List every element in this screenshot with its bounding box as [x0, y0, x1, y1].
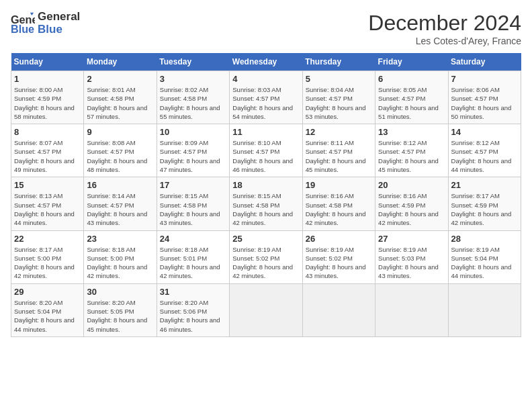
day-number: 29 [14, 287, 81, 297]
day-number: 30 [87, 287, 153, 297]
day-number: 11 [232, 127, 299, 137]
day-number: 9 [87, 127, 153, 137]
day-detail: Sunrise: 8:17 AMSunset: 4:59 PMDaylight:… [451, 191, 518, 227]
day-number: 16 [87, 180, 153, 190]
logo-text-general: General [38, 11, 80, 24]
day-number: 8 [14, 127, 81, 137]
day-cell: 15Sunrise: 8:13 AMSunset: 4:57 PMDayligh… [11, 177, 84, 230]
day-cell [448, 283, 521, 336]
day-cell: 30Sunrise: 8:20 AMSunset: 5:05 PMDayligh… [84, 283, 157, 336]
day-cell: 11Sunrise: 8:10 AMSunset: 4:57 PMDayligh… [230, 124, 302, 177]
header-monday: Monday [84, 53, 157, 71]
day-detail: Sunrise: 8:12 AMSunset: 4:57 PMDaylight:… [378, 138, 445, 174]
day-number: 22 [14, 234, 81, 244]
day-number: 23 [87, 234, 153, 244]
svg-text:Blue: Blue [11, 22, 34, 34]
day-detail: Sunrise: 8:05 AMSunset: 4:57 PMDaylight:… [378, 85, 445, 121]
calendar-table: SundayMondayTuesdayWednesdayThursdayFrid… [11, 53, 521, 337]
day-cell: 26Sunrise: 8:19 AMSunset: 5:02 PMDayligh… [302, 230, 375, 283]
day-detail: Sunrise: 8:20 AMSunset: 5:05 PMDaylight:… [87, 298, 153, 334]
day-number: 17 [160, 180, 226, 190]
day-number: 12 [306, 127, 372, 137]
day-cell: 24Sunrise: 8:18 AMSunset: 5:01 PMDayligh… [157, 230, 229, 283]
day-number: 6 [378, 74, 445, 84]
month-title: December 2024 [368, 11, 521, 36]
day-number: 14 [451, 127, 518, 137]
day-detail: Sunrise: 8:11 AMSunset: 4:57 PMDaylight:… [306, 138, 372, 174]
day-detail: Sunrise: 8:02 AMSunset: 4:58 PMDaylight:… [160, 85, 226, 121]
day-number: 5 [306, 74, 372, 84]
day-detail: Sunrise: 8:19 AMSunset: 5:04 PMDaylight:… [451, 245, 518, 281]
day-detail: Sunrise: 8:09 AMSunset: 4:57 PMDaylight:… [160, 138, 226, 174]
day-number: 15 [14, 180, 81, 190]
day-number: 19 [306, 180, 372, 190]
day-detail: Sunrise: 8:18 AMSunset: 5:00 PMDaylight:… [87, 245, 153, 281]
day-detail: Sunrise: 8:18 AMSunset: 5:01 PMDaylight:… [160, 245, 226, 281]
day-number: 3 [160, 74, 226, 84]
day-cell: 1Sunrise: 8:00 AMSunset: 4:59 PMDaylight… [11, 71, 84, 124]
day-cell: 22Sunrise: 8:17 AMSunset: 5:00 PMDayligh… [11, 230, 84, 283]
day-detail: Sunrise: 8:12 AMSunset: 4:57 PMDaylight:… [451, 138, 518, 174]
day-cell: 29Sunrise: 8:20 AMSunset: 5:04 PMDayligh… [11, 283, 84, 336]
day-cell: 10Sunrise: 8:09 AMSunset: 4:57 PMDayligh… [157, 124, 229, 177]
day-cell: 12Sunrise: 8:11 AMSunset: 4:57 PMDayligh… [302, 124, 375, 177]
day-detail: Sunrise: 8:01 AMSunset: 4:58 PMDaylight:… [87, 85, 153, 121]
day-cell [302, 283, 375, 336]
day-number: 20 [378, 180, 445, 190]
day-cell: 16Sunrise: 8:14 AMSunset: 4:57 PMDayligh… [84, 177, 157, 230]
day-number: 24 [160, 234, 226, 244]
header-sunday: Sunday [11, 53, 84, 71]
day-number: 10 [160, 127, 226, 137]
day-cell: 14Sunrise: 8:12 AMSunset: 4:57 PMDayligh… [448, 124, 521, 177]
day-cell: 20Sunrise: 8:16 AMSunset: 4:59 PMDayligh… [375, 177, 448, 230]
day-detail: Sunrise: 8:04 AMSunset: 4:57 PMDaylight:… [306, 85, 372, 121]
header-wednesday: Wednesday [230, 53, 302, 71]
day-cell: 18Sunrise: 8:15 AMSunset: 4:58 PMDayligh… [230, 177, 302, 230]
day-cell: 9Sunrise: 8:08 AMSunset: 4:57 PMDaylight… [84, 124, 157, 177]
day-detail: Sunrise: 8:14 AMSunset: 4:57 PMDaylight:… [87, 191, 153, 227]
day-cell: 3Sunrise: 8:02 AMSunset: 4:58 PMDaylight… [157, 71, 229, 124]
day-cell [375, 283, 448, 336]
day-number: 13 [378, 127, 445, 137]
day-detail: Sunrise: 8:19 AMSunset: 5:02 PMDaylight:… [232, 245, 299, 281]
day-detail: Sunrise: 8:06 AMSunset: 4:57 PMDaylight:… [451, 85, 518, 121]
day-cell: 21Sunrise: 8:17 AMSunset: 4:59 PMDayligh… [448, 177, 521, 230]
day-detail: Sunrise: 8:08 AMSunset: 4:57 PMDaylight:… [87, 138, 153, 174]
header-thursday: Thursday [302, 53, 375, 71]
day-number: 2 [87, 74, 153, 84]
day-number: 27 [378, 234, 445, 244]
day-cell: 23Sunrise: 8:18 AMSunset: 5:00 PMDayligh… [84, 230, 157, 283]
logo-icon: General Blue [11, 11, 35, 36]
day-cell: 31Sunrise: 8:20 AMSunset: 5:06 PMDayligh… [157, 283, 229, 336]
location: Les Cotes-d'Arey, France [368, 36, 521, 46]
week-row-2: 8Sunrise: 8:07 AMSunset: 4:57 PMDaylight… [11, 124, 521, 177]
day-detail: Sunrise: 8:16 AMSunset: 4:59 PMDaylight:… [378, 191, 445, 227]
day-cell: 2Sunrise: 8:01 AMSunset: 4:58 PMDaylight… [84, 71, 157, 124]
day-detail: Sunrise: 8:03 AMSunset: 4:57 PMDaylight:… [232, 85, 299, 121]
logo-text-blue: Blue [38, 24, 80, 36]
day-cell: 17Sunrise: 8:15 AMSunset: 4:58 PMDayligh… [157, 177, 229, 230]
day-detail: Sunrise: 8:19 AMSunset: 5:03 PMDaylight:… [378, 245, 445, 281]
page-header: General Blue General Blue December 2024 … [11, 11, 521, 46]
day-cell: 13Sunrise: 8:12 AMSunset: 4:57 PMDayligh… [375, 124, 448, 177]
day-number: 1 [14, 74, 81, 84]
title-block: December 2024 Les Cotes-d'Arey, France [368, 11, 521, 46]
day-detail: Sunrise: 8:20 AMSunset: 5:06 PMDaylight:… [160, 298, 226, 334]
day-cell: 8Sunrise: 8:07 AMSunset: 4:57 PMDaylight… [11, 124, 84, 177]
day-number: 28 [451, 234, 518, 244]
day-detail: Sunrise: 8:15 AMSunset: 4:58 PMDaylight:… [160, 191, 226, 227]
calendar-header-row: SundayMondayTuesdayWednesdayThursdayFrid… [11, 53, 521, 71]
day-detail: Sunrise: 8:19 AMSunset: 5:02 PMDaylight:… [306, 245, 372, 281]
day-cell: 28Sunrise: 8:19 AMSunset: 5:04 PMDayligh… [448, 230, 521, 283]
header-saturday: Saturday [448, 53, 521, 71]
day-cell: 25Sunrise: 8:19 AMSunset: 5:02 PMDayligh… [230, 230, 302, 283]
day-detail: Sunrise: 8:20 AMSunset: 5:04 PMDaylight:… [14, 298, 81, 334]
day-detail: Sunrise: 8:00 AMSunset: 4:59 PMDaylight:… [14, 85, 81, 121]
day-number: 4 [232, 74, 299, 84]
day-number: 26 [306, 234, 372, 244]
logo: General Blue General Blue [11, 11, 80, 36]
day-cell: 6Sunrise: 8:05 AMSunset: 4:57 PMDaylight… [375, 71, 448, 124]
day-detail: Sunrise: 8:16 AMSunset: 4:58 PMDaylight:… [306, 191, 372, 227]
day-number: 25 [232, 234, 299, 244]
header-friday: Friday [375, 53, 448, 71]
